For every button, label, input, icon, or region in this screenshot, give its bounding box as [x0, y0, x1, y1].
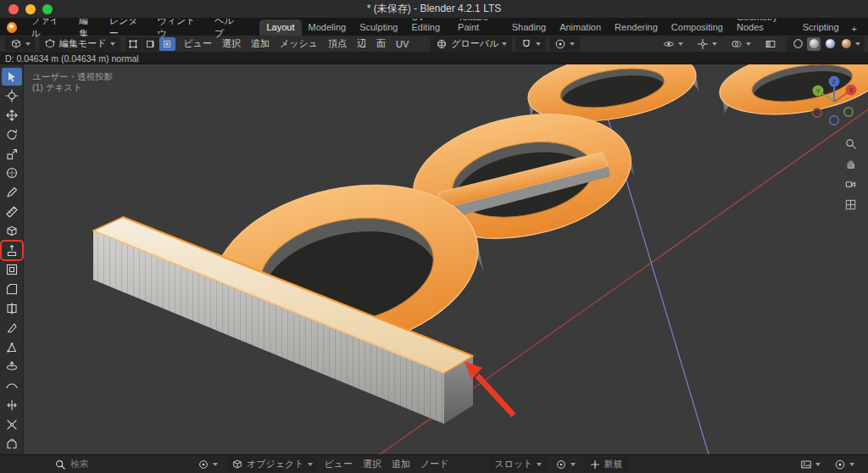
editor-type-button[interactable] [5, 36, 36, 51]
maximize-button[interactable] [42, 4, 53, 14]
menu-view[interactable]: ビュー [179, 36, 218, 52]
shading-material-button[interactable] [823, 37, 837, 51]
camera-icon [844, 178, 857, 191]
transform-orientation-dropdown[interactable]: グローバル [431, 36, 512, 52]
vertex-select-button[interactable] [125, 37, 142, 51]
tool-select-box[interactable] [2, 68, 22, 86]
gizmo-neg-x-ball[interactable] [813, 109, 821, 117]
menu-select[interactable]: 選択 [217, 36, 246, 52]
object-mode-dropdown[interactable]: オブジェクト [226, 457, 318, 472]
hand-icon [844, 158, 857, 170]
pan-button[interactable] [843, 156, 858, 171]
chevron-down-icon [110, 42, 115, 46]
blender-logo-icon[interactable] [7, 22, 17, 33]
viewport-display-controls [656, 36, 865, 52]
mode-dropdown[interactable]: 編集モード [39, 36, 120, 52]
tool-inset-faces[interactable] [2, 261, 22, 279]
tool-measure[interactable] [2, 203, 22, 221]
select-box-icon [5, 70, 19, 84]
chevron-down-icon [537, 463, 542, 466]
operator-status-bar: D: 0.04634 m (0.04634 m) normal [0, 53, 868, 64]
tab-layout[interactable]: Layout [259, 19, 301, 36]
tool-transform[interactable] [2, 164, 22, 182]
tool-cursor[interactable] [2, 87, 22, 105]
xray-toggle[interactable] [760, 36, 782, 51]
tool-bevel[interactable] [2, 281, 22, 298]
gizmo-neg-z-ball[interactable] [830, 116, 838, 125]
wireframe-sphere-icon [793, 39, 803, 48]
camera-view-button[interactable] [843, 176, 858, 192]
tool-rip-region[interactable] [2, 435, 22, 453]
toggle-ortho-button[interactable] [843, 197, 858, 212]
menu-mesh[interactable]: メッシュ [275, 36, 323, 52]
eye-icon [663, 38, 675, 50]
rip-region-icon [5, 437, 19, 451]
object-mode-label: オブジェクト [247, 458, 304, 470]
gizmos-dropdown[interactable] [692, 36, 722, 51]
image-browser-button[interactable] [795, 457, 826, 471]
tool-move[interactable] [2, 107, 22, 125]
menu-add[interactable]: 追加 [246, 36, 275, 52]
chevron-down-icon [502, 42, 507, 46]
tab-compositing[interactable]: Compositing [665, 19, 730, 36]
overlays-dropdown[interactable] [726, 36, 756, 51]
tool-shrink-fatten[interactable] [2, 415, 22, 433]
display-options-button[interactable] [829, 457, 860, 471]
close-button[interactable] [8, 4, 19, 14]
proportional-edit-dropdown[interactable] [549, 36, 580, 51]
shader-ball-icon [198, 459, 209, 470]
chevron-down-icon [815, 463, 821, 466]
measure-icon [5, 205, 19, 219]
add-workspace-button[interactable]: + [846, 22, 863, 36]
zoom-button[interactable] [843, 136, 858, 151]
move-icon [5, 109, 19, 122]
edit-mode-icon [44, 38, 56, 50]
navigation-gizmo[interactable]: X Y Z [805, 71, 863, 129]
snap-dropdown[interactable] [515, 36, 546, 51]
bottom-menu-view[interactable]: ビュー [320, 456, 359, 472]
tool-poly-build[interactable] [2, 338, 22, 356]
tab-sculpting[interactable]: Sculpting [353, 19, 404, 36]
bottom-editor-type-button[interactable] [192, 457, 223, 471]
chevron-down-icon [536, 42, 541, 46]
tool-loop-cut[interactable] [2, 300, 22, 318]
tab-rendering[interactable]: Rendering [608, 19, 665, 36]
tool-annotate[interactable] [2, 184, 22, 202]
slot-dropdown[interactable]: スロット [490, 457, 547, 472]
visibility-dropdown[interactable] [658, 36, 688, 51]
tool-knife[interactable] [2, 319, 22, 337]
bottom-menu-node[interactable]: ノード [415, 456, 454, 472]
tool-add-cube[interactable] [2, 222, 22, 240]
active-object-text: (1) テキスト [32, 82, 113, 93]
menu-face[interactable]: 面 [371, 36, 391, 52]
proportional-edit-icon [554, 38, 566, 50]
minimize-button[interactable] [25, 4, 36, 14]
new-material-button[interactable]: 新規 [584, 457, 628, 472]
tab-animation[interactable]: Animation [553, 19, 608, 36]
tool-scale[interactable] [2, 145, 22, 163]
tool-smooth[interactable] [2, 377, 22, 395]
gizmo-neg-y-ball[interactable] [844, 108, 853, 116]
search-field[interactable]: 検索 [54, 458, 89, 470]
edge-select-button[interactable] [142, 37, 159, 51]
tool-shelf [0, 64, 24, 454]
menu-vertex[interactable]: 頂点 [323, 36, 352, 52]
shading-rendered-button[interactable] [839, 37, 853, 51]
material-browser-button[interactable] [550, 457, 581, 471]
tool-edge-slide[interactable] [2, 397, 22, 415]
tab-shading[interactable]: Shading [505, 19, 553, 36]
tab-scripting[interactable]: Scripting [796, 19, 846, 36]
shading-solid-button[interactable] [807, 37, 821, 51]
tool-spin[interactable] [2, 358, 22, 376]
tab-modeling[interactable]: Modeling [302, 19, 353, 36]
bottom-menu-add[interactable]: 追加 [387, 456, 415, 472]
menu-edge[interactable]: 辺 [352, 36, 371, 52]
tool-rotate[interactable] [2, 125, 22, 143]
tool-extrude-region[interactable] [2, 242, 22, 259]
loop-cut-icon [5, 302, 19, 315]
viewport-3d[interactable]: ユーザー・透視投影 (1) テキスト X Y Z [24, 64, 868, 454]
bottom-menu-select[interactable]: 選択 [358, 456, 387, 472]
menu-uv[interactable]: UV [391, 37, 414, 51]
shading-wireframe-button[interactable] [791, 37, 804, 51]
face-select-button[interactable] [159, 37, 175, 51]
